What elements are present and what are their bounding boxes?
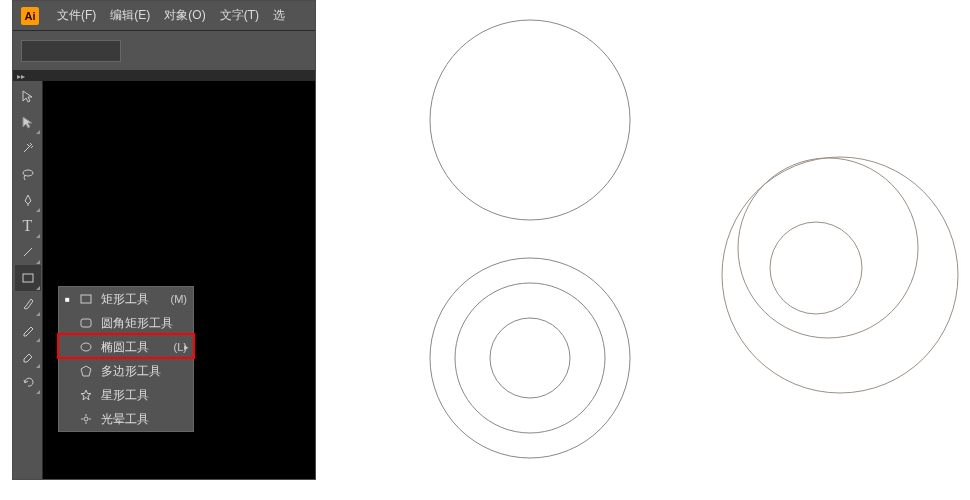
svg-line-1 — [24, 248, 32, 256]
wand-icon — [21, 141, 35, 155]
control-field[interactable] — [21, 40, 121, 62]
svg-marker-7 — [81, 390, 91, 400]
selection-tool[interactable] — [15, 83, 41, 109]
rectangle-tool[interactable] — [15, 265, 41, 291]
svg-marker-6 — [81, 366, 91, 376]
eraser-tool[interactable] — [15, 343, 41, 369]
flyout-submenu-arrow-icon: ▸ — [184, 342, 189, 352]
rounded-rect-icon — [79, 316, 93, 330]
svg-point-15 — [770, 222, 862, 314]
flyout-shortcut: (M) — [171, 293, 188, 305]
menubar: 文件(F) 编辑(E) 对象(O) 文字(T) 选 — [57, 7, 285, 24]
flyout-label: 矩形工具 — [101, 291, 163, 308]
flyout-item-polygon[interactable]: 多边形工具 — [59, 359, 193, 383]
titlebar: Ai 文件(F) 编辑(E) 对象(O) 文字(T) 选 — [13, 1, 315, 31]
flyout-label: 多边形工具 — [101, 363, 187, 380]
flyout-item-ellipse[interactable]: 椭圆工具 (L) ▸ — [59, 335, 193, 359]
polygon-icon — [79, 364, 93, 378]
eraser-icon — [21, 349, 35, 363]
selected-bullet-icon: ■ — [65, 295, 71, 304]
svg-rect-4 — [81, 319, 91, 327]
svg-point-12 — [490, 318, 570, 398]
shape-tool-flyout: ■ 矩形工具 (M) 圆角矩形工具 椭圆工具 (L) ▸ 多边形工具 星形工具 … — [58, 286, 194, 432]
rect-icon — [79, 292, 93, 306]
ellipse-icon — [79, 340, 93, 354]
menu-text[interactable]: 文字(T) — [220, 7, 259, 24]
type-tool[interactable]: T — [15, 213, 41, 239]
flyout-item-flare[interactable]: 光晕工具 — [59, 407, 193, 431]
tab-chevron-icon[interactable]: ▸▸ — [17, 72, 25, 81]
white-arrow-icon — [21, 115, 35, 129]
line-icon — [21, 245, 35, 259]
svg-rect-3 — [81, 295, 91, 303]
arrow-icon — [21, 89, 35, 103]
brush-icon — [21, 297, 35, 311]
control-bar — [13, 31, 315, 71]
brush-tool[interactable] — [15, 291, 41, 317]
star-icon — [79, 388, 93, 402]
flyout-label: 椭圆工具 — [101, 339, 166, 356]
flyout-label: 圆角矩形工具 — [101, 315, 187, 332]
flyout-label: 星形工具 — [101, 387, 187, 404]
svg-point-14 — [738, 158, 918, 338]
tools-panel: T — [13, 81, 43, 479]
circles-svg — [340, 0, 970, 500]
pencil-tool[interactable] — [15, 317, 41, 343]
flare-icon — [79, 412, 93, 426]
lasso-tool[interactable] — [15, 161, 41, 187]
svg-point-11 — [455, 283, 605, 433]
svg-point-9 — [430, 20, 630, 220]
line-tool[interactable] — [15, 239, 41, 265]
rotate-tool[interactable] — [15, 369, 41, 395]
svg-rect-2 — [23, 274, 33, 282]
svg-point-10 — [430, 258, 630, 458]
menu-select[interactable]: 选 — [273, 7, 285, 24]
flyout-item-rectangle[interactable]: ■ 矩形工具 (M) — [59, 287, 193, 311]
example-shapes — [340, 0, 970, 500]
menu-edit[interactable]: 编辑(E) — [110, 7, 150, 24]
lasso-icon — [21, 167, 35, 181]
menu-file[interactable]: 文件(F) — [57, 7, 96, 24]
direct-selection-tool[interactable] — [15, 109, 41, 135]
svg-point-5 — [81, 343, 91, 351]
svg-point-8 — [84, 417, 88, 421]
pen-icon — [21, 193, 35, 207]
rotate-icon — [21, 375, 35, 389]
pencil-icon — [21, 323, 35, 337]
pen-tool[interactable] — [15, 187, 41, 213]
flyout-item-rounded-rect[interactable]: 圆角矩形工具 — [59, 311, 193, 335]
tab-strip: ▸▸ — [13, 71, 315, 81]
rectangle-icon — [21, 271, 35, 285]
flyout-label: 光晕工具 — [101, 411, 187, 428]
menu-object[interactable]: 对象(O) — [164, 7, 205, 24]
flyout-item-star[interactable]: 星形工具 — [59, 383, 193, 407]
app-logo-icon: Ai — [21, 7, 39, 25]
magic-wand-tool[interactable] — [15, 135, 41, 161]
